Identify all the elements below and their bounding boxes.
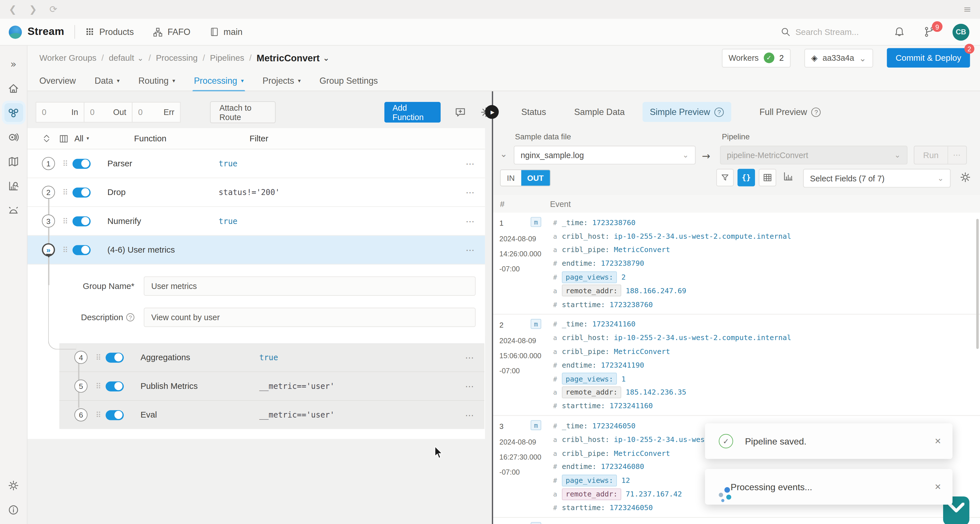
preview-tab-full-preview[interactable]: Full Preview? xyxy=(760,107,821,117)
sidebar-item-settings[interactable] xyxy=(4,476,23,494)
preview-tab-sample-data[interactable]: Sample Data xyxy=(574,107,625,117)
event-field[interactable]: acribl_pipe:MetricConvert xyxy=(553,243,980,256)
row-menu-button[interactable]: ⋯ xyxy=(466,245,475,255)
topbar-nav-products[interactable]: Products xyxy=(85,27,134,37)
select-fields-dropdown[interactable]: Select Fields (7 of 7)⌄ xyxy=(803,169,951,188)
back-icon[interactable]: ❮ xyxy=(9,4,17,15)
sample-file-select[interactable]: nginx_sample.log⌄ xyxy=(514,146,696,164)
event-field[interactable]: #_time:1723241160 xyxy=(553,317,980,331)
add-comment-button[interactable] xyxy=(454,106,466,118)
topbar-nav-main[interactable]: main xyxy=(209,27,243,37)
row-menu-button[interactable]: ⋯ xyxy=(466,158,475,168)
add-function-button[interactable]: Add Function xyxy=(385,102,441,123)
event-field[interactable]: acribl_pipe:MetricConvert xyxy=(553,345,980,358)
row-menu-button[interactable]: ⋯ xyxy=(466,187,475,197)
tab-data[interactable]: Data▾ xyxy=(94,70,119,91)
event-field[interactable]: #_time:1723238760 xyxy=(553,216,980,229)
drag-handle-icon[interactable]: ⠿ xyxy=(95,411,100,419)
drag-handle-icon[interactable]: ⠿ xyxy=(62,245,67,254)
sidebar-item-monitoring[interactable] xyxy=(4,176,23,195)
close-icon[interactable]: ✕ xyxy=(934,482,941,491)
event-row[interactable]: 2m2024-08-0915:06:00.000-07:00#_time:172… xyxy=(493,314,980,416)
sidebar-item-home[interactable] xyxy=(4,79,23,98)
pane-resize-handle[interactable] xyxy=(492,91,493,524)
function-row-aggregations[interactable]: 4⠿Aggregationstrue⋯ xyxy=(59,343,484,372)
function-row-drop[interactable]: 2⠿Dropstatus!='200'⋯ xyxy=(27,178,485,207)
enable-toggle[interactable] xyxy=(72,158,91,168)
row-menu-button[interactable]: ⋯ xyxy=(465,381,474,391)
sidebar-item-info[interactable] xyxy=(4,500,23,519)
event-field[interactable]: aremote_addr:185.142.236.35 xyxy=(553,385,980,399)
tab-group-settings[interactable]: Group Settings xyxy=(320,70,378,91)
topbar-nav-fafo[interactable]: FAFO xyxy=(153,27,190,37)
commit-selector[interactable]: ◈ aa33a4a ⌄ xyxy=(804,49,873,67)
notifications-bell-button[interactable] xyxy=(894,26,905,38)
preview-settings-button[interactable] xyxy=(959,172,971,183)
commit-deploy-button[interactable]: Commit & Deploy 2 xyxy=(887,48,970,68)
group-name-field[interactable]: User metrics xyxy=(144,277,476,296)
enable-toggle[interactable] xyxy=(105,381,124,391)
refresh-icon[interactable]: ⟳ xyxy=(49,4,57,15)
chart-view-button[interactable] xyxy=(783,170,794,182)
function-filter-select[interactable]: All▾ xyxy=(74,134,89,143)
sidebar-item-coil[interactable] xyxy=(4,127,23,146)
function-row--4-6-user-metrics[interactable]: »⠿(4-6) User metrics⋯ xyxy=(27,236,485,264)
group-collapse-badge[interactable]: » xyxy=(42,243,55,256)
scrollbar-thumb[interactable] xyxy=(976,219,979,349)
browser-menu-icon[interactable]: ≡ xyxy=(963,4,971,15)
breadcrumb-segment-metricconvert[interactable]: MetricConvert⌄ xyxy=(256,53,329,63)
event-row[interactable]: 4m#_time:1723246080acribl_host:ip-10-255… xyxy=(493,518,980,524)
event-field[interactable]: #endtime:1723241190 xyxy=(553,358,980,372)
event-field[interactable]: acribl_host:ip-10-255-2-34.us-west-2.com… xyxy=(553,331,980,345)
run-button[interactable]: Run ⋯ xyxy=(914,146,967,164)
sidebar-item-worker-groups[interactable] xyxy=(4,103,23,122)
tab-routing[interactable]: Routing▾ xyxy=(138,70,175,91)
breadcrumb-segment-pipelines[interactable]: Pipelines xyxy=(210,53,244,62)
event-field[interactable]: #page_views:2 xyxy=(553,270,980,284)
close-icon[interactable]: ✕ xyxy=(934,436,941,446)
enable-toggle[interactable] xyxy=(72,216,91,226)
preview-tab-status[interactable]: Status xyxy=(521,107,546,117)
collapse-all-button[interactable] xyxy=(42,134,51,143)
user-avatar[interactable]: CB xyxy=(953,24,969,40)
enable-toggle[interactable] xyxy=(72,187,91,197)
event-field[interactable]: #starttime:1723238760 xyxy=(553,298,980,311)
out-toggle[interactable]: OUT xyxy=(521,170,550,186)
row-menu-button[interactable]: ⋯ xyxy=(466,216,475,226)
drag-handle-icon[interactable]: ⠿ xyxy=(95,382,100,390)
description-field[interactable]: View count by user xyxy=(144,308,476,327)
function-row-publish-metrics[interactable]: 5⠿Publish Metrics__metric=='user'⋯ xyxy=(59,372,484,401)
breadcrumb-segment-default[interactable]: default⌄ xyxy=(109,53,143,62)
event-field[interactable]: #starttime:1723241160 xyxy=(553,399,980,413)
event-field[interactable]: aremote_addr:188.166.247.69 xyxy=(553,284,980,298)
stream-logo-icon[interactable] xyxy=(9,25,22,38)
forward-icon[interactable]: ❯ xyxy=(29,4,37,15)
enable-toggle[interactable] xyxy=(105,352,124,362)
enable-toggle[interactable] xyxy=(72,245,91,255)
function-row-eval[interactable]: 6⠿Eval__metric=='user'⋯ xyxy=(59,401,484,429)
sidebar-item-map[interactable] xyxy=(4,152,23,170)
version-control-button[interactable]: 9 xyxy=(924,26,935,38)
collapse-pane-button[interactable]: ▶ xyxy=(485,105,498,119)
sidebar-item-alarm[interactable] xyxy=(4,201,23,220)
row-menu-button[interactable]: ⋯ xyxy=(465,410,474,420)
drag-handle-icon[interactable]: ⠿ xyxy=(62,159,67,168)
in-toggle[interactable]: IN xyxy=(501,170,521,186)
event-field[interactable]: #page_views:1 xyxy=(553,372,980,385)
preview-tab-simple-preview[interactable]: Simple Preview? xyxy=(642,102,732,122)
attach-to-route-button[interactable]: Attach to Route xyxy=(210,101,275,123)
pipeline-select[interactable]: pipeline-MetricConvert⌄ xyxy=(720,146,908,164)
workers-status-button[interactable]: Workers ✓ 2 xyxy=(722,49,791,67)
run-more-button[interactable]: ⋯ xyxy=(947,146,966,164)
event-field[interactable]: #endtime:1723238790 xyxy=(553,256,980,270)
function-row-numerify[interactable]: 3⠿Numerifytrue⋯ xyxy=(27,207,485,236)
drag-handle-icon[interactable]: ⠿ xyxy=(95,353,100,362)
drag-handle-icon[interactable]: ⠿ xyxy=(62,188,67,197)
enable-toggle[interactable] xyxy=(105,410,124,420)
filter-events-button[interactable] xyxy=(716,169,734,186)
collapse-section-icon[interactable]: ⌄ xyxy=(500,149,507,159)
drag-handle-icon[interactable]: ⠿ xyxy=(62,217,67,225)
table-view-button[interactable] xyxy=(759,169,776,186)
event-field[interactable]: acribl_host:ip-10-255-2-34.us-west-2.com… xyxy=(553,229,980,243)
json-view-button[interactable]: {} xyxy=(737,169,755,186)
